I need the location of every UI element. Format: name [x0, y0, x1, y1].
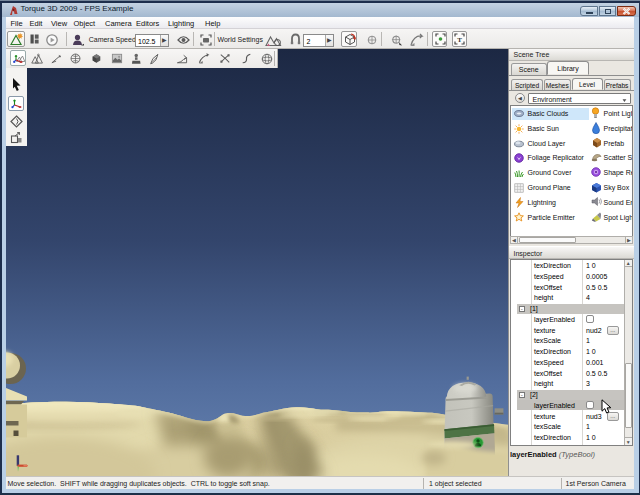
svg-text:T: T: [457, 36, 462, 44]
